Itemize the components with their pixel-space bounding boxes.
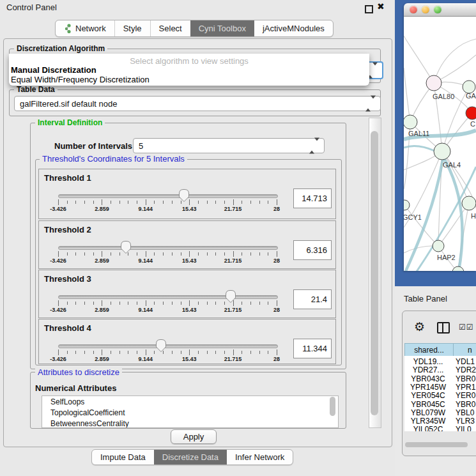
slider-tick	[93, 351, 94, 354]
tick-label: 28	[273, 257, 280, 264]
attributes-listbox[interactable]: SelfLoopsTopologicalCoefficientBetweenne…	[42, 395, 339, 428]
popup-item-1[interactable]: Equal Width/Frequency Discretization	[10, 75, 369, 84]
tab-cyni-toolbox[interactable]: Cyni Toolbox	[190, 20, 254, 36]
float-icon[interactable]	[365, 5, 373, 13]
slider-track[interactable]	[58, 194, 278, 198]
tab-infer-network[interactable]: Infer Network	[227, 450, 293, 464]
threshold-label: Threshold 1	[44, 173, 91, 183]
threshold-value-field[interactable]: 11.344	[293, 339, 332, 358]
slider-track[interactable]	[58, 246, 278, 250]
threshold-value-field[interactable]: 21.4	[293, 289, 332, 309]
list-scrollbar-thumb[interactable]	[330, 397, 335, 416]
tick-label: 2.859	[95, 257, 109, 264]
table-row[interactable]: YBR043CYBR0	[404, 374, 476, 383]
cell-name: YDL1	[452, 357, 475, 366]
network-node[interactable]	[426, 75, 441, 91]
zoom-traffic-light-icon[interactable]	[434, 6, 441, 13]
slider-tick	[172, 252, 173, 256]
network-canvas[interactable]: GAL80GACGAL11GAL4HGCY1HAP2	[404, 17, 476, 271]
gear-icon[interactable]: ⚙	[414, 319, 425, 334]
slider-tick	[198, 302, 199, 305]
h-scrollbar-thumb[interactable]	[405, 442, 468, 447]
top-tab-bar: NetworkStyleSelectCyni ToolboxjActiveMNo…	[55, 20, 334, 37]
tab-jactivemnodules[interactable]: jActiveMNodules	[254, 20, 333, 36]
checkbox-icons[interactable]: ☑☑	[459, 323, 474, 332]
network-window-titlebar[interactable]	[404, 3, 476, 17]
tab-select[interactable]: Select	[150, 20, 190, 36]
slider-tick	[128, 302, 128, 305]
slider-thumb[interactable]	[178, 188, 190, 205]
table-row[interactable]: YIL052CYIL0	[404, 425, 476, 431]
column-header-shared[interactable]: shared...	[404, 343, 454, 357]
network-node[interactable]	[404, 115, 417, 129]
apply-button[interactable]: Apply	[171, 429, 217, 444]
slider-thumb[interactable]	[120, 240, 132, 257]
tab-network[interactable]: Network	[56, 20, 114, 36]
num-intervals-value: 5	[139, 141, 143, 151]
tab-impute-data[interactable]: Impute Data	[92, 450, 154, 464]
slider-tick	[75, 252, 76, 256]
table-row[interactable]: YDR27...YDR2	[404, 365, 476, 374]
close-traffic-light-icon[interactable]	[410, 6, 417, 13]
table-data-combo[interactable]: galFiltered.sif default node	[14, 96, 381, 111]
close-icon[interactable]: ✖	[377, 1, 385, 12]
network-node[interactable]	[404, 200, 410, 210]
table-row[interactable]: YBR045CYBR0	[404, 400, 476, 409]
slider-tick	[181, 302, 181, 305]
slider-track[interactable]	[58, 295, 278, 299]
attribute-list-item[interactable]: SelfLoops	[42, 396, 338, 407]
tick-label: 9.144	[139, 307, 153, 313]
tick-label: 28	[273, 356, 280, 362]
combo-stepper-icon	[309, 141, 319, 151]
node-label: GAL11	[408, 130, 429, 137]
table-row[interactable]: YBL079WYBL0	[404, 408, 476, 417]
slider-tick	[58, 199, 59, 205]
slider-tick	[137, 252, 137, 256]
slider-tick	[102, 349, 102, 355]
slider-tick	[137, 302, 137, 305]
network-icon	[64, 24, 72, 33]
attribute-list-item[interactable]: TopologicalCoefficient	[42, 407, 338, 418]
table-body[interactable]: YDL19...YDL1YDR27...YDR2YBR043CYBR0YPR14…	[404, 356, 476, 431]
tab-label: Style	[123, 24, 142, 33]
slider-tick	[224, 351, 225, 354]
tab-discretize-data[interactable]: Discretize Data	[154, 450, 227, 464]
table-row[interactable]: YPR145WYPR1	[404, 383, 476, 392]
tab-style[interactable]: Style	[114, 20, 150, 36]
slider-tick	[146, 199, 146, 205]
slider-tick	[58, 300, 59, 306]
threshold-label: Threshold 3	[44, 274, 91, 284]
app-root: Control Panel ✖ NetworkStyleSelectCyni T…	[0, 0, 476, 476]
attribute-list-item[interactable]: BetweennessCentrality	[42, 418, 338, 428]
network-node[interactable]	[462, 196, 476, 210]
slider-tick	[146, 300, 146, 306]
slider-tick	[198, 252, 199, 256]
main-scrollbar-thumb[interactable]	[371, 131, 378, 415]
minimize-traffic-light-icon[interactable]	[422, 6, 429, 13]
cell-name: YBR0	[452, 374, 475, 383]
table-row[interactable]: YLR345WYLR3	[404, 417, 476, 426]
network-node[interactable]	[433, 240, 444, 252]
cell-name: YDR2	[452, 365, 476, 374]
num-intervals-combo[interactable]: 5	[133, 138, 325, 153]
slider-thumb[interactable]	[155, 339, 167, 355]
combo-stepper-icon	[365, 99, 376, 109]
slider-track[interactable]	[58, 344, 278, 348]
network-node[interactable]	[463, 81, 475, 93]
column-header-name[interactable]: n	[453, 343, 476, 357]
slider-tick	[224, 252, 225, 256]
threshold-value-field[interactable]: 14.713	[293, 188, 332, 208]
network-node[interactable]	[434, 143, 450, 160]
split-columns-icon[interactable]	[437, 322, 450, 334]
slider-tick	[75, 201, 76, 204]
slider-tick	[207, 302, 208, 305]
table-data-group-label: Table Data	[14, 86, 58, 94]
tick-label: 2.859	[95, 307, 109, 313]
slider-thumb[interactable]	[225, 289, 236, 306]
threshold-value-field[interactable]: 6.316	[293, 240, 332, 260]
slider-tick	[93, 252, 94, 256]
popup-item-0[interactable]: Manual Discretization	[10, 65, 369, 75]
network-node[interactable]	[466, 107, 476, 119]
table-row[interactable]: YDL19...YDL1	[404, 357, 476, 366]
table-row[interactable]: YER054CYER0	[404, 391, 476, 400]
